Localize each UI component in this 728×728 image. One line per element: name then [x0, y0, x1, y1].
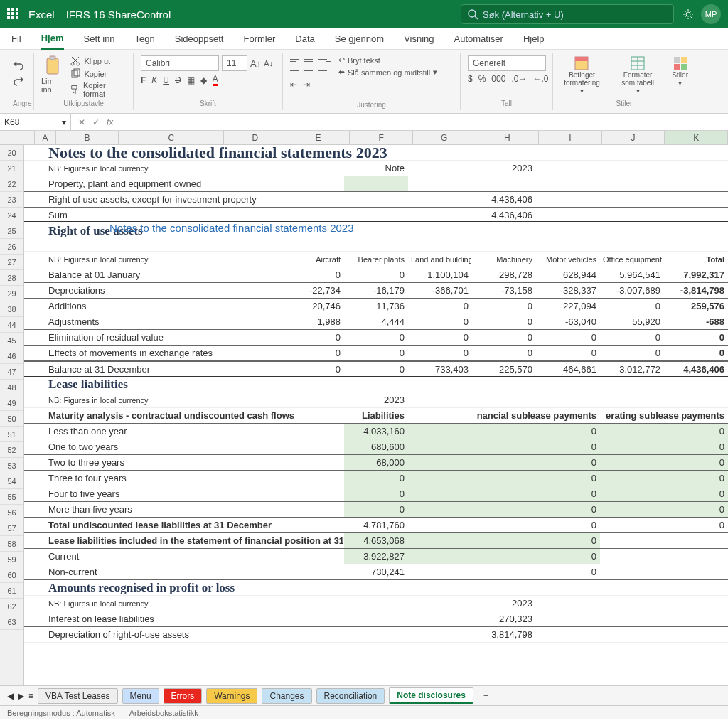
row-50[interactable]: 50 [0, 411, 23, 427]
cell[interactable]: 0 [536, 471, 600, 486]
menu-formler[interactable]: Formler [243, 29, 275, 48]
cell[interactable]: 680,600 [344, 439, 408, 454]
cell[interactable]: 0 [280, 330, 344, 345]
cell[interactable]: Machinery [472, 252, 536, 267]
fx-icon[interactable]: fx [107, 117, 113, 127]
cell[interactable] [472, 439, 536, 454]
col-C[interactable]: C [119, 131, 224, 144]
cell[interactable]: Right of use assets, except for investme… [46, 192, 344, 207]
cell[interactable]: -328,337 [536, 283, 600, 298]
row-46[interactable]: 46 [0, 348, 23, 364]
cell[interactable] [24, 486, 46, 501]
cell[interactable]: 0 [600, 346, 664, 360]
cell[interactable] [472, 424, 536, 439]
cell[interactable]: nancial sublease payments [408, 408, 600, 423]
menu-data[interactable]: Data [295, 29, 314, 48]
cell[interactable] [344, 192, 408, 207]
col-A[interactable]: A [35, 131, 56, 144]
fill-color-button[interactable]: ◆ [200, 75, 207, 85]
cell[interactable]: 20,746 [280, 299, 344, 314]
sheet-tab-reconciliation[interactable]: Reconciliation [316, 688, 385, 704]
cell[interactable]: 0 [664, 518, 728, 532]
cell[interactable]: 227,094 [536, 299, 600, 314]
col-F[interactable]: F [350, 131, 413, 144]
cell[interactable]: Lease liabilities included in the statem… [46, 533, 344, 548]
cell[interactable] [408, 518, 472, 532]
col-K[interactable]: K [665, 131, 728, 144]
cell[interactable] [24, 627, 46, 642]
cell[interactable] [600, 486, 664, 501]
cell[interactable]: -16,179 [344, 283, 408, 298]
cell[interactable]: 0 [536, 518, 600, 532]
cell[interactable] [536, 596, 600, 611]
cell[interactable]: Effects of movements in exchange rates [46, 346, 280, 360]
cell[interactable] [24, 299, 46, 314]
cell[interactable] [600, 627, 664, 642]
cell[interactable] [408, 392, 472, 407]
cell[interactable]: -22,734 [280, 283, 344, 298]
menu-sideoppsett[interactable]: Sideoppsett [175, 29, 224, 48]
cell[interactable]: Interest on lease liabilities [46, 611, 472, 626]
cell[interactable]: 55,920 [600, 314, 664, 329]
font-color-button[interactable]: A [213, 74, 218, 86]
row-22[interactable]: 22 [0, 176, 23, 192]
cell[interactable]: 0 [472, 314, 536, 329]
cell[interactable]: Land and buildings [408, 252, 472, 267]
cell[interactable]: 1,100,104 [408, 267, 472, 282]
cell[interactable]: -3,814,798 [664, 283, 728, 298]
cell[interactable]: Liabilities [344, 408, 408, 423]
cell[interactable]: Three to four years [46, 471, 344, 486]
cell[interactable] [472, 471, 536, 486]
cell[interactable] [600, 596, 664, 611]
row-57[interactable]: 57 [0, 520, 23, 536]
next-sheet-icon[interactable]: ▶ [18, 691, 24, 701]
cell[interactable]: NB: Figures in local currency [46, 596, 472, 611]
cell[interactable] [408, 502, 472, 517]
merge-button[interactable]: ⬌Slå sammen og midtstill ▾ [338, 68, 437, 77]
redo-icon[interactable] [13, 75, 24, 87]
conditional-format-button[interactable]: Betinget formatering▾ [560, 55, 604, 95]
cell[interactable]: NB: Figures in local currency [46, 252, 216, 267]
cell[interactable] [600, 161, 664, 176]
cell[interactable]: 0 [344, 486, 408, 501]
row-28[interactable]: 28 [0, 270, 23, 286]
col-D[interactable]: D [224, 131, 287, 144]
cell[interactable] [24, 439, 46, 454]
cell[interactable]: Lease liabilities [46, 377, 728, 392]
cell[interactable] [24, 176, 46, 191]
cell[interactable] [664, 176, 728, 191]
cell[interactable] [24, 283, 46, 298]
cell[interactable]: 0 [600, 299, 664, 314]
cell[interactable]: 0 [344, 346, 408, 360]
cell[interactable]: 0 [664, 330, 728, 345]
cell[interactable] [600, 471, 664, 486]
menu-hjem[interactable]: Hjem [41, 28, 64, 50]
cell[interactable]: 11,736 [344, 299, 408, 314]
cell[interactable] [600, 424, 664, 439]
cell[interactable] [408, 176, 472, 191]
cell[interactable] [24, 314, 46, 329]
cell[interactable]: One to two years [46, 439, 344, 454]
cell[interactable] [24, 549, 46, 564]
cell[interactable]: 0 [280, 267, 344, 282]
cell[interactable]: Two to three years [46, 455, 344, 470]
cell[interactable] [24, 252, 46, 267]
cell[interactable] [600, 502, 664, 517]
format-painter-button[interactable]: Kopier format [70, 81, 126, 98]
cell[interactable] [600, 611, 664, 626]
cell[interactable] [600, 439, 664, 454]
cell[interactable]: 0 [472, 330, 536, 345]
cell[interactable] [536, 192, 600, 207]
cell[interactable] [24, 533, 46, 548]
cell[interactable]: -688 [664, 314, 728, 329]
cell[interactable]: Aircraft [280, 252, 344, 267]
cell[interactable]: Office equipment [600, 252, 664, 267]
cell[interactable]: 0 [280, 346, 344, 360]
cell[interactable]: 0 [344, 502, 408, 517]
sheet-tab-vba-test-leases[interactable]: VBA Test Leases [38, 688, 118, 704]
cell[interactable]: 2023 [472, 596, 536, 611]
underline-button[interactable]: U [163, 75, 169, 85]
cell[interactable]: 2023 [344, 392, 408, 407]
cell[interactable]: 0 [664, 502, 728, 517]
currency-icon[interactable]: $ [468, 74, 473, 84]
